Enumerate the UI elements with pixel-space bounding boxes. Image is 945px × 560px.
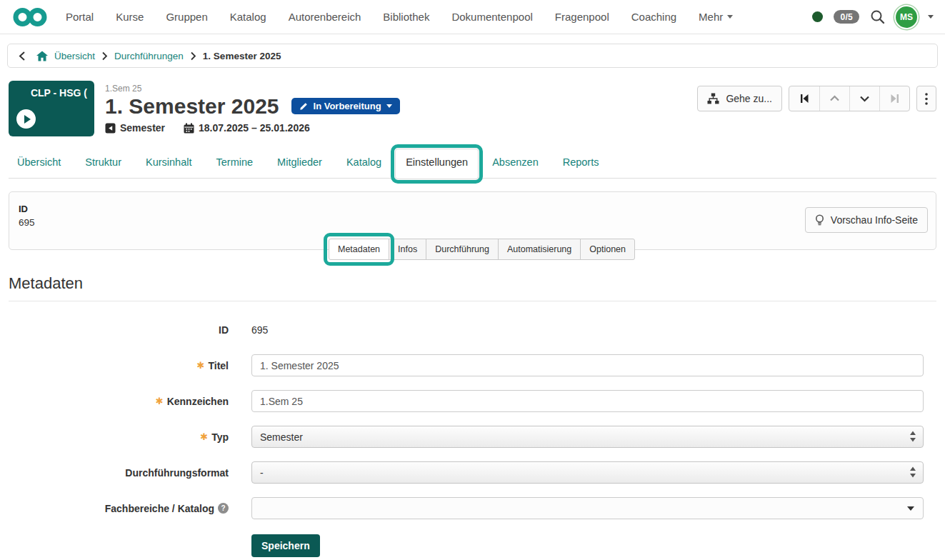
avatar-menu-chevron-icon[interactable] bbox=[928, 15, 934, 19]
breadcrumb-link-durchfuehrungen[interactable]: Durchführungen bbox=[114, 51, 184, 61]
nav-item-coaching[interactable]: Coaching bbox=[631, 11, 676, 23]
metadata-section: Metadaten ID 695 ✱ Titel ✱ Kennzeichen bbox=[9, 274, 936, 557]
nav-item-gruppen[interactable]: Gruppen bbox=[166, 11, 207, 23]
subtab-automatisierung[interactable]: Automatisierung bbox=[498, 239, 581, 260]
tab-termine[interactable]: Termine bbox=[216, 156, 254, 168]
typ-select[interactable]: Semester bbox=[251, 426, 924, 448]
form-row-fachbereiche: Fachbereiche / Katalog ? bbox=[9, 497, 936, 519]
tab-katalog[interactable]: Katalog bbox=[346, 156, 381, 168]
subtab-durchfuehrung[interactable]: Durchführung bbox=[426, 239, 499, 260]
tab-kursinhalt[interactable]: Kursinhalt bbox=[146, 156, 191, 168]
course-tabs: Übersicht Struktur Kursinhalt Termine Mi… bbox=[9, 156, 936, 179]
page: Portal Kurse Gruppen Katalog Autorenbere… bbox=[0, 0, 945, 560]
tab-einstellungen-highlighted[interactable]: Einstellungen bbox=[406, 156, 468, 168]
settings-subtabs: Metadaten Infos Durchführung Automatisie… bbox=[329, 239, 635, 260]
kennzeichen-field[interactable] bbox=[251, 390, 924, 412]
calendar-icon bbox=[184, 123, 194, 134]
form-row-durchfuehrungsformat: Durchführungsformat - bbox=[9, 461, 936, 484]
skip-last-icon[interactable] bbox=[879, 86, 909, 111]
home-icon[interactable] bbox=[36, 51, 48, 61]
nav-item-portal[interactable]: Portal bbox=[66, 11, 94, 23]
topbar-right-cluster: 0/5 MS bbox=[812, 6, 934, 28]
back-chevron-icon[interactable] bbox=[18, 51, 26, 61]
presence-status-dot bbox=[812, 11, 823, 22]
sitemap-icon bbox=[707, 93, 719, 104]
id-label: ID bbox=[9, 324, 229, 336]
subtab-infos[interactable]: Infos bbox=[389, 239, 426, 260]
save-button[interactable]: Speichern bbox=[251, 534, 320, 557]
fachbereiche-dropdown[interactable] bbox=[251, 497, 924, 519]
subtab-metadaten-highlighted[interactable]: Metadaten bbox=[329, 239, 389, 260]
status-label: In Vorbereitung bbox=[314, 101, 381, 111]
course-reference: 1.Sem 25 bbox=[105, 84, 400, 94]
chevron-down-icon bbox=[907, 506, 914, 511]
nav-item-kurse[interactable]: Kurse bbox=[116, 11, 144, 23]
tab-mitglieder[interactable]: Mitglieder bbox=[277, 156, 322, 168]
nav-item-autorenbereich[interactable]: Autorenbereich bbox=[289, 11, 361, 23]
course-type-label: Semester bbox=[120, 122, 165, 134]
course-thumbnail-card[interactable]: CLP - HSG ( bbox=[9, 81, 94, 136]
nav-item-katalog[interactable]: Katalog bbox=[230, 11, 266, 23]
help-icon[interactable]: ? bbox=[218, 503, 229, 514]
typ-label: ✱ Typ bbox=[9, 431, 229, 443]
chevron-up-icon[interactable] bbox=[819, 86, 849, 111]
avatar[interactable]: MS bbox=[896, 6, 917, 28]
kebab-menu-icon[interactable] bbox=[916, 86, 936, 111]
main-menu: Portal Kurse Gruppen Katalog Autorenbere… bbox=[66, 11, 733, 23]
goto-button[interactable]: Gehe zu... bbox=[697, 86, 782, 111]
fachbereiche-label: Fachbereiche / Katalog ? bbox=[9, 503, 229, 514]
pencil-icon bbox=[299, 101, 309, 111]
form-row-typ: ✱ Typ Semester bbox=[9, 426, 936, 448]
nav-item-fragenpool[interactable]: Fragenpool bbox=[555, 11, 609, 23]
tab-absenzen[interactable]: Absenzen bbox=[492, 156, 539, 168]
select-spinner-icon bbox=[909, 466, 916, 481]
titel-field[interactable] bbox=[251, 354, 924, 376]
form-row-titel: ✱ Titel bbox=[9, 354, 936, 376]
play-icon[interactable] bbox=[16, 109, 36, 129]
goto-label: Gehe zu... bbox=[726, 93, 772, 104]
tab-struktur[interactable]: Struktur bbox=[85, 156, 121, 168]
course-id-panel: ID 695 Vorschau Info-Seite Metadaten Inf… bbox=[9, 191, 936, 250]
nav-item-mehr[interactable]: Mehr bbox=[699, 11, 733, 23]
preview-info-page-label: Vorschau Info-Seite bbox=[831, 214, 918, 226]
breadcrumb-current: 1. Semester 2025 bbox=[203, 51, 281, 61]
subtab-optionen[interactable]: Optionen bbox=[580, 239, 635, 260]
nav-item-dokumentenpool[interactable]: Dokumentenpool bbox=[451, 11, 532, 23]
course-type: Semester bbox=[105, 122, 165, 134]
search-icon[interactable] bbox=[870, 9, 885, 24]
course-dates: 18.07.2025 – 25.01.2026 bbox=[184, 122, 310, 134]
course-navigation-group bbox=[789, 86, 910, 111]
chevron-down-icon[interactable] bbox=[849, 86, 879, 111]
lightbulb-icon bbox=[815, 214, 824, 226]
kennzeichen-label: ✱ Kennzeichen bbox=[9, 396, 229, 407]
skip-first-icon[interactable] bbox=[789, 86, 819, 111]
curriculum-type-icon bbox=[105, 123, 116, 134]
chevron-down-icon bbox=[727, 15, 733, 19]
id-value: 695 bbox=[251, 324, 268, 336]
select-spinner-icon bbox=[909, 431, 916, 445]
titel-label: ✱ Titel bbox=[9, 360, 229, 371]
openolat-infinity-logo-icon[interactable] bbox=[11, 6, 49, 28]
panel-id-label: ID bbox=[19, 204, 926, 214]
breadcrumb: Übersicht Durchführungen 1. Semester 202… bbox=[7, 44, 938, 68]
preview-info-page-button[interactable]: Vorschau Info-Seite bbox=[805, 207, 928, 233]
mehr-label: Mehr bbox=[699, 11, 723, 23]
form-row-kennzeichen: ✱ Kennzeichen bbox=[9, 390, 936, 412]
top-navigation-bar: Portal Kurse Gruppen Katalog Autorenbere… bbox=[0, 0, 945, 34]
tab-reports[interactable]: Reports bbox=[563, 156, 599, 168]
status-badge[interactable]: In Vorbereitung bbox=[291, 98, 400, 114]
durchfuehrungsformat-label: Durchführungsformat bbox=[9, 467, 229, 479]
chevron-down-icon bbox=[386, 104, 392, 108]
course-info: 1.Sem 25 1. Semester 2025 In Vorbereitun… bbox=[105, 81, 400, 136]
tab-uebersicht[interactable]: Übersicht bbox=[17, 156, 61, 168]
nav-item-bibliothek[interactable]: Bibliothek bbox=[383, 11, 429, 23]
breadcrumb-link-uebersicht[interactable]: Übersicht bbox=[54, 51, 95, 61]
durchfuehrungsformat-select[interactable]: - bbox=[251, 461, 924, 484]
task-counter-badge[interactable]: 0/5 bbox=[834, 10, 859, 24]
metadata-form: ID 695 ✱ Titel ✱ Kennzeichen bbox=[9, 324, 936, 557]
form-row-id: ID 695 bbox=[9, 324, 936, 336]
course-date-range: 18.07.2025 – 25.01.2026 bbox=[199, 122, 310, 134]
header-actions: Gehe zu... bbox=[697, 81, 936, 136]
course-header: CLP - HSG ( 1.Sem 25 1. Semester 2025 In… bbox=[9, 81, 936, 136]
course-card-label: CLP - HSG ( bbox=[31, 87, 87, 99]
